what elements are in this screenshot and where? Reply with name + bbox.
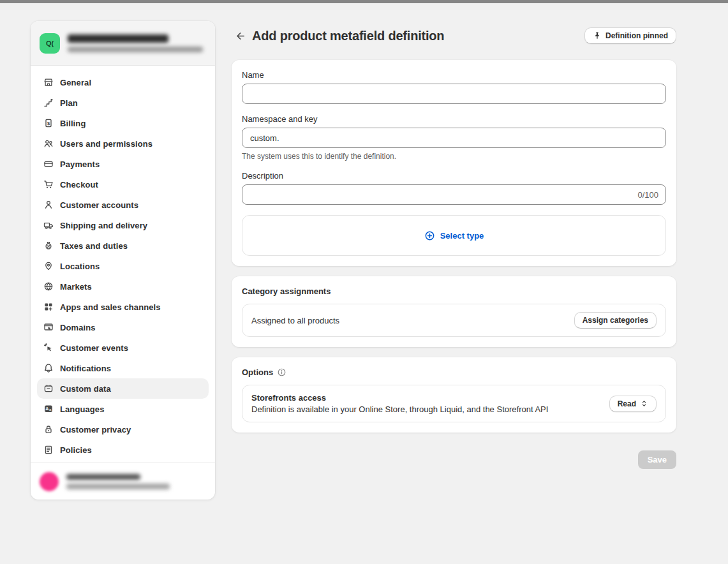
sidebar-item-label: Customer accounts — [60, 200, 138, 210]
settings-sidebar: Q( GeneralPlan$BillingUsers and permissi… — [31, 21, 215, 500]
category-status-text: Assigned to all products — [251, 316, 339, 325]
sidebar-item-label: Locations — [60, 262, 100, 271]
users-icon — [43, 138, 54, 149]
custom-data-icon — [43, 383, 54, 394]
options-heading: Options — [242, 367, 273, 377]
user-avatar — [40, 472, 59, 491]
storefronts-access-value: Read — [618, 399, 636, 408]
sidebar-item-custom-data[interactable]: Custom data — [37, 378, 209, 399]
sidebar-item-label: Languages — [60, 404, 105, 414]
store-avatar: Q( — [40, 33, 60, 54]
namespace-label: Namespace and key — [242, 114, 666, 124]
category-assignments-heading: Category assignments — [242, 286, 666, 296]
pin-icon — [593, 31, 602, 40]
sidebar-item-billing[interactable]: $Billing — [37, 113, 209, 133]
bell-icon — [43, 363, 54, 373]
store-name-redacted — [68, 34, 168, 43]
store-icon — [43, 77, 54, 87]
location-pin-icon — [43, 261, 54, 271]
cursor-events-icon — [43, 343, 54, 353]
sidebar-item-general[interactable]: General — [37, 72, 209, 93]
namespace-help-text: The system uses this to identify the def… — [242, 152, 666, 161]
sidebar-item-label: Users and permissions — [60, 139, 152, 149]
svg-text:$: $ — [47, 121, 50, 126]
name-label: Name — [242, 70, 666, 80]
policies-icon — [43, 445, 54, 455]
main-content: Add product metafield definition Definit… — [232, 26, 676, 469]
storefronts-access-text: Storefronts access Definition is availab… — [251, 393, 548, 414]
sidebar-item-label: Checkout — [60, 180, 98, 189]
page-title: Add product metafield definition — [252, 29, 444, 43]
save-row: Save — [232, 450, 676, 469]
globe-icon — [43, 281, 54, 292]
sidebar-item-users-and-permissions[interactable]: Users and permissions — [37, 133, 209, 154]
person-icon — [43, 200, 54, 210]
updown-chevron-icon — [640, 399, 648, 408]
select-type-button[interactable]: Select type — [242, 215, 666, 256]
sidebar-item-checkout[interactable]: Checkout — [37, 174, 209, 195]
category-assignments-card: Category assignments Assigned to all pro… — [232, 276, 676, 347]
languages-icon: Aa — [43, 404, 54, 414]
storefronts-access-title: Storefronts access — [251, 393, 548, 403]
sidebar-item-label: General — [60, 78, 91, 87]
namespace-field-group: Namespace and key The system uses this t… — [242, 114, 666, 161]
sidebar-item-locations[interactable]: Locations — [37, 256, 209, 276]
user-meta — [66, 474, 170, 489]
sidebar-item-shipping-and-delivery[interactable]: Shipping and delivery — [37, 215, 209, 235]
sidebar-item-label: Apps and sales channels — [60, 302, 161, 312]
sidebar-item-policies[interactable]: Policies — [37, 440, 209, 460]
user-email-redacted — [66, 484, 170, 489]
name-input[interactable] — [242, 84, 666, 104]
store-header[interactable]: Q( — [31, 21, 215, 66]
sidebar-item-label: Billing — [60, 119, 85, 128]
sidebar-item-label: Customer privacy — [60, 425, 131, 434]
sidebar-item-label: Taxes and duties — [60, 241, 128, 251]
taxes-icon — [43, 241, 54, 251]
payments-icon — [43, 159, 54, 169]
sidebar-item-customer-accounts[interactable]: Customer accounts — [37, 195, 209, 215]
sidebar-item-markets[interactable]: Markets — [37, 276, 209, 297]
assign-categories-button[interactable]: Assign categories — [574, 312, 657, 329]
definition-form-card: Name Namespace and key The system uses t… — [232, 60, 676, 266]
options-heading-row: Options — [242, 367, 666, 377]
billing-icon: $ — [43, 118, 54, 128]
sidebar-item-label: Policies — [60, 445, 92, 455]
save-button[interactable]: Save — [638, 450, 676, 469]
sidebar-item-label: Shipping and delivery — [60, 221, 147, 230]
info-icon[interactable] — [277, 367, 286, 377]
page-header: Add product metafield definition Definit… — [232, 26, 676, 46]
sidebar-item-apps-and-sales-channels[interactable]: Apps and sales channels — [37, 297, 209, 317]
namespace-input[interactable] — [242, 128, 666, 148]
options-card: Options Storefronts access Definition is… — [232, 357, 676, 433]
sidebar-item-customer-privacy[interactable]: Customer privacy — [37, 419, 209, 440]
user-name-redacted — [66, 474, 140, 480]
storefronts-access-row: Storefronts access Definition is availab… — [242, 385, 666, 422]
window-top-strip — [0, 0, 728, 3]
storefronts-access-select[interactable]: Read — [609, 396, 657, 412]
select-type-label: Select type — [440, 231, 484, 241]
name-field-group: Name — [242, 70, 666, 104]
category-assignments-row: Assigned to all products Assign categori… — [242, 304, 666, 337]
back-button[interactable] — [232, 27, 248, 44]
description-label: Description — [242, 171, 666, 181]
sidebar-item-label: Custom data — [60, 384, 111, 394]
domains-icon — [43, 322, 54, 332]
sidebar-item-domains[interactable]: Domains — [37, 317, 209, 338]
description-input[interactable] — [242, 184, 666, 205]
sidebar-item-taxes-and-duties[interactable]: Taxes and duties — [37, 235, 209, 256]
sidebar-item-payments[interactable]: Payments — [37, 154, 209, 174]
checkout-cart-icon — [43, 179, 54, 189]
sidebar-item-notifications[interactable]: Notifications — [37, 358, 209, 378]
sidebar-item-plan[interactable]: Plan — [37, 93, 209, 113]
user-footer[interactable] — [31, 463, 215, 500]
sidebar-item-label: Customer events — [60, 343, 128, 353]
sidebar-item-languages[interactable]: AaLanguages — [37, 399, 209, 419]
storefronts-access-description: Definition is available in your Online S… — [251, 404, 548, 414]
sidebar-item-label: Markets — [60, 282, 92, 292]
sidebar-item-label: Plan — [60, 98, 78, 108]
sidebar-item-label: Notifications — [60, 364, 111, 373]
apps-grid-icon — [43, 302, 54, 312]
sidebar-item-customer-events[interactable]: Customer events — [37, 338, 209, 358]
settings-nav: GeneralPlan$BillingUsers and permissions… — [31, 66, 215, 463]
definition-pinned-button[interactable]: Definition pinned — [584, 27, 676, 44]
